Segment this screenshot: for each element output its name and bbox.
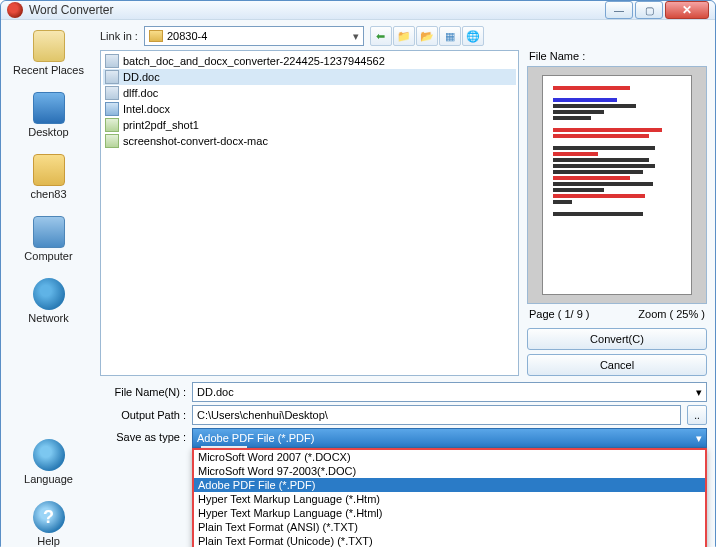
globe-icon <box>33 439 65 471</box>
convert-button[interactable]: Convert(C) <box>527 328 707 350</box>
preview-label: File Name : <box>529 50 707 62</box>
window-title: Word Converter <box>29 3 605 17</box>
docx-icon <box>105 102 119 116</box>
file-row[interactable]: screenshot-convert-docx-mac <box>103 133 516 149</box>
folder-icon <box>149 30 163 42</box>
sidebar-item-language[interactable]: Language <box>9 435 89 489</box>
doc-icon <box>105 70 119 84</box>
up-button[interactable]: 📁 <box>393 26 415 46</box>
computer-icon <box>33 216 65 248</box>
file-list[interactable]: batch_doc_and_docx_converter-224425-1237… <box>100 50 519 376</box>
app-icon <box>7 2 23 18</box>
folder-combo[interactable]: 20830-4 ▾ <box>144 26 364 46</box>
save-as-type-combo[interactable]: Adobe PDF File (*.PDF) ▾ <box>192 428 707 448</box>
dropdown-item[interactable]: MicroSoft Word 2007 (*.DOCX) <box>194 450 705 464</box>
close-button[interactable]: ✕ <box>665 1 709 19</box>
output-path-label: Output Path : <box>100 409 186 421</box>
places-sidebar: Recent Places Desktop chen83 Computer Ne… <box>1 20 96 547</box>
file-row[interactable]: dlff.doc <box>103 85 516 101</box>
sidebar-label: Computer <box>24 250 72 262</box>
preview-pane <box>527 66 707 304</box>
save-as-label: Save as type : <box>100 428 186 443</box>
sidebar-label: chen83 <box>30 188 66 200</box>
dropdown-item[interactable]: MicroSoft Word 97-2003(*.DOC) <box>194 464 705 478</box>
minimize-button[interactable]: — <box>605 1 633 19</box>
doc-icon <box>105 86 119 100</box>
dropdown-item[interactable]: Plain Text Format (Unicode) (*.TXT) <box>194 534 705 547</box>
sidebar-label: Recent Places <box>13 64 84 76</box>
sidebar-label: Desktop <box>28 126 68 138</box>
browse-button[interactable]: .. <box>687 405 707 425</box>
sidebar-item-computer[interactable]: Computer <box>9 212 89 266</box>
views-button[interactable]: ▦ <box>439 26 461 46</box>
dropdown-item[interactable]: Adobe PDF File (*.PDF) <box>194 478 705 492</box>
file-row[interactable]: batch_doc_and_docx_converter-224425-1237… <box>103 53 516 69</box>
file-row[interactable]: print2pdf_shot1 <box>103 117 516 133</box>
file-row[interactable]: DD.doc <box>103 69 516 85</box>
chevron-down-icon: ▾ <box>353 30 359 43</box>
preview-page <box>542 75 692 295</box>
page-indicator: Page ( 1/ 9 ) <box>529 308 590 320</box>
dropdown-item[interactable]: Hyper Text Markup Language (*.Htm) <box>194 492 705 506</box>
help-icon: ? <box>33 501 65 533</box>
app-window: Word Converter — ▢ ✕ Recent Places Deskt… <box>0 0 716 547</box>
titlebar: Word Converter — ▢ ✕ <box>1 1 715 19</box>
zoom-indicator: Zoom ( 25% ) <box>638 308 705 320</box>
file-name-input[interactable]: DD.doc▾ <box>192 382 707 402</box>
dropdown-item[interactable]: Plain Text Format (ANSI) (*.TXT) <box>194 520 705 534</box>
folder-name: 20830-4 <box>167 30 207 42</box>
file-row[interactable]: Intel.docx <box>103 101 516 117</box>
sidebar-label: Network <box>28 312 68 324</box>
image-icon <box>105 134 119 148</box>
file-name-label: File Name(N) : <box>100 386 186 398</box>
image-icon <box>105 118 119 132</box>
chevron-down-icon: ▾ <box>696 386 702 399</box>
save-as-type-dropdown: MicroSoft Word 2007 (*.DOCX) MicroSoft W… <box>192 448 707 547</box>
maximize-button[interactable]: ▢ <box>635 1 663 19</box>
output-path-input[interactable]: C:\Users\chenhui\Desktop\ <box>192 405 681 425</box>
sidebar-item-recent[interactable]: Recent Places <box>9 26 89 80</box>
sidebar-label: Help <box>37 535 60 547</box>
network-icon <box>33 278 65 310</box>
folder-icon <box>33 154 65 186</box>
new-folder-button[interactable]: 📂 <box>416 26 438 46</box>
sidebar-item-help[interactable]: ? Help <box>9 497 89 547</box>
sidebar-item-network[interactable]: Network <box>9 274 89 328</box>
back-button[interactable]: ⬅ <box>370 26 392 46</box>
dropdown-item[interactable]: Hyper Text Markup Language (*.Html) <box>194 506 705 520</box>
link-in-label: Link in : <box>100 30 138 42</box>
desktop-icon <box>33 92 65 124</box>
chevron-down-icon: ▾ <box>696 432 702 445</box>
web-button[interactable]: 🌐 <box>462 26 484 46</box>
sidebar-item-desktop[interactable]: Desktop <box>9 88 89 142</box>
sidebar-label: Language <box>24 473 73 485</box>
doc-icon <box>105 54 119 68</box>
recent-icon <box>33 30 65 62</box>
cancel-button[interactable]: Cancel <box>527 354 707 376</box>
sidebar-item-user[interactable]: chen83 <box>9 150 89 204</box>
